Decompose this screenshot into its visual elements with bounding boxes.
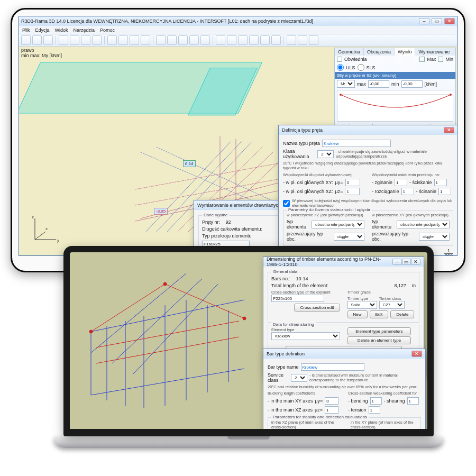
delete-button[interactable]: Delete [390, 310, 414, 318]
radio-sls[interactable] [358, 64, 364, 71]
det-button[interactable]: Delete an element type [347, 336, 411, 344]
tab-wymiarowanie[interactable]: Wymiarowanie [415, 48, 453, 56]
toolbar-button[interactable] [178, 35, 188, 45]
et-select[interactable]: Krokiew [271, 332, 340, 340]
toolbar-button[interactable] [130, 35, 139, 45]
panel-section-title: Siły w pręcie nr 92 (ukł. lokalny) [335, 72, 455, 79]
menu-edit[interactable]: Edycja [35, 28, 50, 33]
titlebar-text: R3D3-Rama 3D 14.0 Licencja dla WEWNĘTRZN… [21, 19, 313, 24]
dialog-min[interactable]: – [392, 259, 402, 265]
svg-point-40 [163, 282, 167, 286]
laptop: Dimensioning of timber elements accordin… [63, 246, 434, 448]
toolbar-button[interactable] [118, 35, 128, 45]
tab-wyniki[interactable]: Wyniki [395, 48, 415, 56]
svg-line-31 [91, 300, 244, 332]
toolbar-button[interactable] [260, 35, 270, 45]
svg-text:y: y [57, 238, 59, 243]
dialog-max[interactable]: ▭ [402, 259, 411, 265]
dialog-definicja: Definicja typu pręta ✕ Nazwa typu pręta … [278, 125, 457, 255]
toolbar-button[interactable] [59, 35, 68, 45]
viewport-3d[interactable]: prawo min max: My [kNm] 6,14 -8,95 zyx G… [19, 47, 457, 255]
toolbar-button[interactable] [70, 35, 79, 45]
toolbar-button[interactable] [32, 35, 42, 45]
svg-line-32 [91, 369, 244, 395]
svg-line-39 [96, 337, 239, 363]
results-panel: Geometria Obciążenia Wyniki Wymiarowanie… [334, 48, 456, 133]
toolbar-button[interactable] [287, 35, 296, 45]
toolbar-button[interactable] [141, 35, 150, 45]
value-tag-red: -8,95 [154, 208, 168, 215]
edit-button[interactable]: Edit [370, 310, 389, 318]
svg-text:z: z [32, 215, 34, 219]
toolbar-button[interactable] [189, 35, 199, 45]
moment-chart [337, 90, 453, 122]
svg-line-36 [91, 284, 165, 332]
menu-view[interactable]: Widok [55, 28, 68, 33]
toolbar-button[interactable] [238, 35, 248, 45]
svg-point-22 [450, 94, 452, 96]
svg-line-33 [91, 273, 186, 353]
bar-name-input[interactable] [301, 363, 364, 371]
menu-file[interactable]: Plik [22, 28, 30, 33]
check-max[interactable] [419, 57, 425, 62]
cs-edit-button[interactable]: Cross-section edit [294, 304, 340, 312]
name-input[interactable] [322, 140, 391, 147]
svg-point-21 [340, 94, 342, 96]
svg-line-38 [96, 321, 239, 347]
toolbar-button[interactable] [92, 35, 102, 45]
menu-help[interactable]: Pomoc [100, 28, 115, 33]
value-tag-blue: 6,14 [183, 160, 196, 167]
max-value[interactable] [368, 80, 389, 88]
viewport-label: prawo min max: My [kNm] [21, 48, 62, 58]
menu-tools[interactable]: Narzędzia [74, 28, 95, 33]
cs-input[interactable] [271, 295, 324, 302]
toolbar-button[interactable] [21, 35, 31, 45]
toolbar-button[interactable] [271, 35, 281, 45]
toolbar-button[interactable] [81, 35, 90, 45]
dialog-bar-type: Bar type definition ✕ Bar type name Serv… [263, 349, 426, 436]
radio-uls[interactable] [337, 64, 344, 71]
desktop-monitor: R3D3-Rama 3D 14.0 Licencja dla WEWNĘTRZN… [11, 8, 465, 272]
svg-point-41 [89, 330, 93, 333]
toolbar-button[interactable] [167, 35, 177, 45]
window-maximize[interactable]: ▭ [432, 18, 442, 24]
etp-button[interactable]: Element type parameters [347, 327, 411, 335]
moment-select[interactable]: My [337, 80, 355, 88]
svg-line-16 [35, 232, 45, 240]
min-value[interactable] [401, 80, 423, 88]
tab-obciazenia[interactable]: Obciążenia [364, 48, 395, 56]
svg-point-42 [243, 317, 246, 320]
chk-first[interactable] [283, 200, 290, 207]
new-button[interactable]: New [347, 310, 368, 318]
window-close[interactable]: ✕ [444, 18, 455, 24]
toolbar-button[interactable] [43, 35, 53, 45]
laptop-viewport[interactable]: Dimensioning of timber elements accordin… [70, 252, 427, 429]
toolbar-button[interactable] [216, 35, 225, 45]
dialog-close[interactable]: ✕ [411, 351, 422, 357]
toolbar-button[interactable] [200, 35, 210, 45]
muy-input[interactable] [345, 179, 360, 186]
check-min[interactable] [438, 57, 443, 62]
tab-geometria[interactable]: Geometria [335, 48, 364, 56]
toolbar-button[interactable] [249, 35, 259, 45]
muz-input[interactable] [345, 188, 360, 195]
toolbar [19, 34, 457, 47]
toolbar-button[interactable] [298, 35, 307, 45]
class-select[interactable]: 2 [317, 150, 334, 158]
svg-text:x: x [45, 226, 48, 231]
laptop-truss [80, 268, 260, 422]
toolbar-button[interactable] [309, 35, 318, 45]
axes-gizmo: zyx [30, 213, 61, 245]
svg-line-35 [133, 284, 218, 374]
toolbar-button[interactable] [107, 35, 117, 45]
dialog-close[interactable]: ✕ [444, 127, 454, 133]
check-obwiednia[interactable] [337, 57, 342, 62]
app-window: R3D3-Rama 3D 14.0 Licencja dla WEWNĘTRZN… [19, 16, 457, 256]
window-minimize[interactable]: – [419, 18, 429, 24]
dialog-close[interactable]: ✕ [411, 259, 420, 265]
toolbar-button[interactable] [156, 35, 166, 45]
titlebar: R3D3-Rama 3D 14.0 Licencja dla WEWNĘTRZN… [19, 16, 457, 26]
toolbar-button[interactable] [227, 35, 236, 45]
menubar: Plik Edycja Widok Narzędzia Pomoc [19, 26, 457, 34]
svg-line-37 [165, 284, 244, 318]
